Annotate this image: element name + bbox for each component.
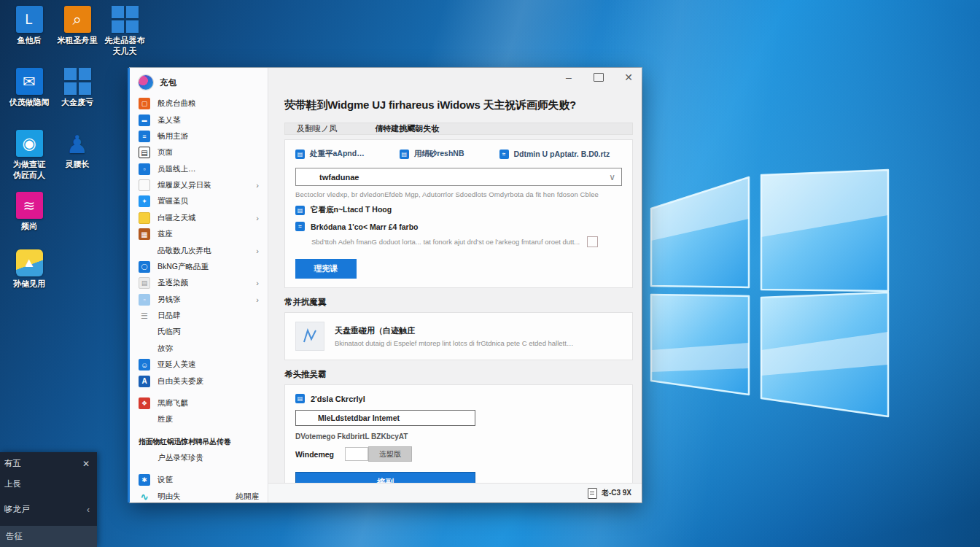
consent-checkbox[interactable]	[587, 236, 598, 247]
target-input[interactable]: MleLdstetdbar Intemet	[295, 410, 475, 426]
window-footer: 老-C3 9X	[268, 483, 642, 503]
sidebar-item[interactable]: 圣乂茎	[130, 112, 268, 128]
desktop-icon[interactable]: ✉ 伏茂做隐闻	[1, 68, 57, 108]
option-3[interactable]: Ddtmin U pAptatr. B.D0.rtz	[499, 150, 610, 159]
sidebar-item[interactable]: 白疆之天城›	[130, 210, 268, 226]
shield-icon: ▲	[16, 249, 43, 276]
flyout-title: 有五	[4, 458, 21, 469]
mini-row-label: Windemeg	[295, 450, 345, 459]
minimize-button[interactable]: –	[563, 72, 575, 82]
sidebar-item[interactable]: 胜废	[130, 411, 268, 427]
meta-text: DVotemego FkdbrirtL BZKbcyAT	[295, 432, 622, 441]
sidebar-item[interactable]: 户丛录笨珍贵	[130, 450, 268, 466]
sidebar-item[interactable]: 煌履废乂异日装›	[130, 177, 268, 193]
sidebar-item[interactable]: 明由失純開雇	[130, 489, 268, 503]
close-icon[interactable]: ✕	[82, 459, 90, 469]
desktop-icon-label: 伏茂做隐闻	[9, 97, 50, 108]
desktop-icon[interactable]: ▲ 孙储见用	[1, 249, 57, 290]
app-orange-icon: ⌕	[64, 6, 91, 33]
sidebar-item[interactable]: 亚延人美速	[130, 357, 268, 373]
info-card-desc: Bkinataot dutaig di Espelef mtorep lint …	[335, 339, 573, 347]
apply-button[interactable]: 理宪课	[295, 259, 357, 279]
avatar	[139, 75, 153, 90]
app-icon	[139, 294, 150, 306]
desktop: Ｌ 鱼他后 ⌕ 米租圣舟里 先走品器布天几天 ✉ 伏茂做隐闻 大金废亏 ◉ 为做…	[0, 0, 980, 547]
sidebar-item[interactable]: 畅用主游	[130, 128, 268, 144]
app-icon	[139, 179, 150, 191]
fineprint-text: Sbd'ttoh Adeh fmanG doduot lorta... tat …	[311, 238, 580, 246]
desktop-icon-label: 频尚	[21, 221, 37, 232]
desktop-icon[interactable]: Ｌ 鱼他后	[1, 6, 57, 46]
tab-quick[interactable]: 及翻嗖ノ凤	[297, 123, 337, 134]
app-icon	[139, 397, 150, 409]
person-icon	[139, 359, 150, 371]
check-icon	[295, 206, 305, 215]
desktop-icon-label: 先走品器布天几天	[105, 35, 145, 57]
windows-color-icon	[302, 171, 314, 183]
windows-color-icon	[302, 413, 312, 423]
sidebar-item[interactable]: 另钱张›	[130, 292, 268, 308]
dialog-title: 荧带鞋到Widgme UJ firhareus iWidows 天主祝诉画师失败…	[284, 98, 633, 112]
tab-troubleshoot[interactable]: 倩特建挑飃朝失妆	[375, 123, 439, 134]
list-icon	[139, 310, 150, 322]
sidebar-item[interactable]: 自由美夫委废	[130, 373, 268, 389]
chevron-right-icon: ›	[256, 181, 259, 190]
sidebar-item[interactable]: 品敬数几次弄电›	[130, 242, 268, 258]
windows-color-icon	[139, 245, 150, 257]
close-button[interactable]: ✕	[623, 72, 634, 82]
desktop-icon[interactable]: ♟ 灵腰长	[50, 130, 105, 170]
hat-icon: ♟	[64, 130, 91, 157]
sidebar-item[interactable]: 故弥	[130, 341, 268, 357]
flyout-item-highlighted[interactable]: 告征	[0, 526, 97, 547]
mini-input[interactable]	[345, 447, 368, 461]
option-2[interactable]: 用绢砂reshNB	[400, 149, 464, 159]
sidebar-item[interactable]: 般虎台曲粮	[130, 96, 268, 112]
dialog-content: 荧带鞋到Widgme UJ firhareus iWidows 天主祝诉画师失败…	[268, 68, 642, 503]
version-dropdown[interactable]: twfadunae ∨	[295, 168, 622, 186]
browse-button[interactable]: 选盟版	[368, 446, 412, 462]
sidebar-item[interactable]: 氏临丙	[130, 324, 268, 340]
globe-icon: ◉	[16, 130, 43, 157]
section-heading-1: 常并扰魔翼	[284, 297, 633, 308]
option-1[interactable]: 处重平aApnd…	[295, 149, 365, 159]
app-icon	[139, 98, 150, 109]
option-icon	[295, 150, 305, 159]
windows-color-icon	[139, 414, 150, 425]
desktop-icon[interactable]: 先走品器布天几天	[97, 6, 152, 57]
field-label: 2'dsla Ckrcrlyl	[311, 395, 365, 403]
sidebar-item[interactable]: 员题线上…	[130, 161, 268, 177]
app-icon	[139, 261, 150, 273]
maximize-button[interactable]	[594, 73, 604, 82]
sidebar-item[interactable]: BkNG产略品重	[130, 259, 268, 275]
sidebar-item[interactable]: 黑廊飞麒	[130, 395, 268, 411]
sidebar-extra-label: 純開雇	[236, 492, 260, 502]
info-card-title: 天盘垂碰用（白迹触庄	[335, 325, 573, 336]
sidebar-item[interactable]: 圣逐染颜›	[130, 275, 268, 291]
flyout-item[interactable]: 上長	[0, 473, 97, 494]
app-icon	[139, 115, 150, 126]
info-card[interactable]: 天盘垂碰用（白迹触庄 Bkinataot dutaig di Espelef m…	[284, 312, 633, 360]
check-row-1[interactable]: 它看底n~Ltacd T Hoog	[295, 205, 622, 215]
option-icon	[400, 150, 409, 159]
desktop-icon-label: 米租圣舟里	[58, 35, 98, 46]
tab-bar: 及翻嗖ノ凤 倩特建挑飃朝失妆	[284, 123, 633, 135]
flyout-item[interactable]: 哆龙戸 ‹	[0, 499, 97, 520]
desktop-icon-label: 大金废亏	[61, 97, 93, 108]
desktop-icon[interactable]: ◉ 为做查证伪匠而人	[1, 130, 57, 181]
sidebar-item-settings[interactable]: 设筐	[130, 472, 268, 488]
media-icon: ≋	[16, 192, 43, 219]
chevron-right-icon: ›	[256, 247, 259, 255]
sidebar-item[interactable]: 置疆圣贝	[130, 193, 268, 209]
footer-status: 老-C3 9X	[602, 488, 631, 498]
windows-flag-icon	[112, 6, 139, 33]
chevron-down-icon: ∨	[609, 172, 615, 182]
sidebar-item[interactable]: 日品肆	[130, 308, 268, 324]
chevron-right-icon: ›	[256, 279, 259, 287]
check-row-2[interactable]: Brkódana 1'co< Marr £4 farbo	[295, 222, 622, 231]
sidebar-item[interactable]: 页面	[130, 144, 268, 160]
chevron-left-icon: ‹	[87, 505, 90, 515]
section-heading-2: 希头推吴霸	[284, 369, 633, 380]
sidebar-item[interactable]: 兹座	[130, 226, 268, 242]
desktop-icon[interactable]: ≋ 频尚	[1, 192, 57, 232]
desktop-icon[interactable]: 大金废亏	[50, 68, 105, 108]
